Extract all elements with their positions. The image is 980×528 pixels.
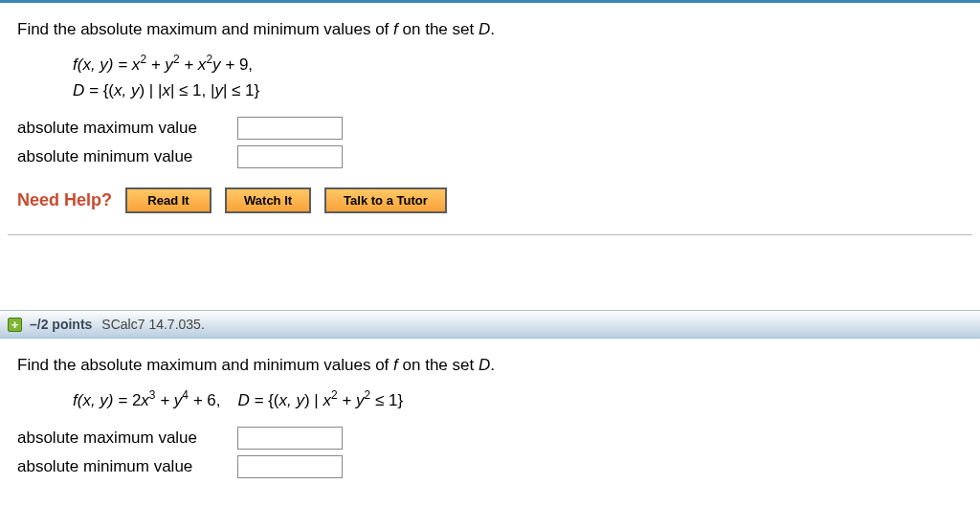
q2-max-label: absolute maximum value bbox=[17, 429, 237, 448]
q1-prompt-prefix: Find the absolute maximum and minimum va… bbox=[17, 20, 393, 38]
question-2: Find the absolute maximum and minimum va… bbox=[0, 339, 980, 505]
q2-min-label: absolute minimum value bbox=[17, 457, 237, 476]
q1-min-input[interactable] bbox=[237, 145, 343, 168]
q1-max-input[interactable] bbox=[237, 117, 343, 140]
q2-max-row: absolute maximum value bbox=[17, 427, 963, 450]
q1-min-row: absolute minimum value bbox=[17, 145, 963, 168]
q1-max-label: absolute maximum value bbox=[17, 119, 237, 138]
points-text: –/2 points bbox=[30, 317, 92, 332]
q2-prompt-suffix: . bbox=[490, 356, 495, 374]
read-it-button[interactable]: Read It bbox=[125, 187, 212, 213]
q1-prompt-suffix: . bbox=[490, 20, 495, 38]
q2-prompt-D: D bbox=[479, 356, 490, 374]
q2-min-input[interactable] bbox=[237, 455, 343, 478]
q1-prompt-D: D bbox=[479, 20, 490, 38]
q2-prompt: Find the absolute maximum and minimum va… bbox=[17, 356, 963, 375]
help-label: Need Help? bbox=[17, 190, 112, 210]
question-1: Find the absolute maximum and minimum va… bbox=[0, 3, 980, 234]
q1-min-label: absolute minimum value bbox=[17, 147, 237, 166]
q2-prompt-mid: on the set bbox=[398, 356, 479, 374]
q1-prompt: Find the absolute maximum and minimum va… bbox=[17, 20, 963, 39]
help-row: Need Help? Read It Watch It Talk to a Tu… bbox=[17, 187, 963, 213]
section-header[interactable]: + –/2 points SCalc7 14.7.035. bbox=[0, 310, 980, 339]
expand-icon[interactable]: + bbox=[8, 318, 22, 332]
q1-formula-line2: D = {(x, y) | |x| ≤ 1, |y| ≤ 1} bbox=[73, 77, 963, 103]
q2-min-row: absolute minimum value bbox=[17, 455, 963, 478]
q2-formula-line: f(x, y) = 2x3 + y4 + 6,D = {(x, y) | x2 … bbox=[73, 386, 963, 413]
q1-max-row: absolute maximum value bbox=[17, 117, 963, 140]
q2-prompt-prefix: Find the absolute maximum and minimum va… bbox=[17, 356, 393, 374]
talk-to-tutor-button[interactable]: Talk to a Tutor bbox=[324, 187, 447, 213]
q2-max-input[interactable] bbox=[237, 427, 343, 450]
spacer bbox=[0, 235, 980, 310]
q1-formula: f(x, y) = x2 + y2 + x2y + 9, D = {(x, y)… bbox=[73, 51, 963, 103]
watch-it-button[interactable]: Watch It bbox=[225, 187, 311, 213]
q1-prompt-mid: on the set bbox=[398, 20, 479, 38]
reference-text: SCalc7 14.7.035. bbox=[101, 317, 204, 332]
q1-formula-line1: f(x, y) = x2 + y2 + x2y + 9, bbox=[73, 51, 963, 77]
q2-formula: f(x, y) = 2x3 + y4 + 6,D = {(x, y) | x2 … bbox=[73, 386, 963, 413]
